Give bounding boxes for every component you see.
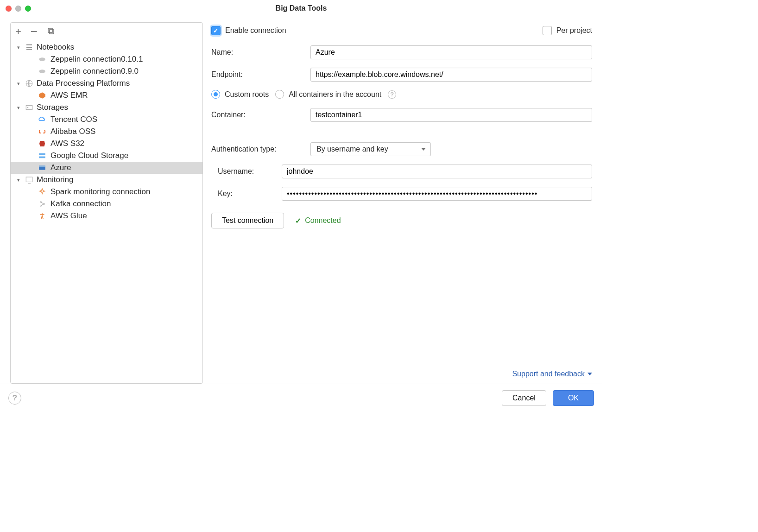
copy-button[interactable] [47,27,55,37]
svg-line-19 [42,203,44,203]
support-feedback-link[interactable]: Support and feedback [211,361,592,384]
key-input[interactable] [282,187,592,201]
connection-form: Enable connection Per project Name: Endp… [211,22,594,384]
chevron-down-icon: ▾ [15,81,22,87]
tree-item[interactable]: Zeppelin connection0.9.0 [11,65,202,77]
cancel-button[interactable]: Cancel [502,390,546,406]
tree-group-label: Monitoring [37,175,73,184]
checkbox-icon [543,26,552,35]
svg-point-9 [27,107,28,108]
checkbox-label: Per project [556,26,592,35]
test-connection-button[interactable]: Test connection [211,213,284,228]
tree-item[interactable]: Google Cloud Storage [11,150,202,162]
tree-group-storages[interactable]: ▾ Storages [11,101,202,114]
tree-item[interactable]: AWS S32 [11,138,202,150]
tree-item[interactable]: AWS EMR [11,89,202,101]
chevron-down-icon [421,148,426,151]
auth-type-label: Authentication type: [211,145,310,153]
chevron-down-icon: ▾ [15,105,22,111]
auth-type-select[interactable]: By username and key [310,142,431,156]
checkbox-label: Enable connection [225,26,286,35]
all-containers-radio[interactable]: All containers in the account [275,90,381,99]
key-label: Key: [211,190,282,198]
tree-item-label: Tencent COS [51,115,97,124]
ok-button[interactable]: OK [553,390,594,406]
chevron-down-icon: ▾ [15,44,22,51]
container-input[interactable] [310,108,592,122]
svg-rect-1 [48,28,52,32]
aws-s3-icon [38,139,47,148]
svg-rect-13 [39,166,45,167]
minimize-window-button[interactable] [15,6,21,12]
tree-item[interactable]: Kafka connection [11,198,202,210]
chevron-down-icon: ▾ [15,177,22,183]
username-input[interactable] [282,165,592,178]
svg-rect-8 [26,106,32,110]
status-text: Connected [305,216,341,225]
aws-glue-icon [38,212,47,220]
svg-rect-14 [26,177,32,182]
radio-label: Custom roots [225,90,269,99]
monitoring-icon [25,176,34,184]
zoom-window-button[interactable] [25,6,31,12]
connection-status: ✓ Connected [295,216,341,225]
tree-item[interactable]: Tencent COS [11,114,202,126]
container-label: Container: [211,111,310,119]
per-project-checkbox[interactable]: Per project [543,26,592,35]
svg-point-16 [40,202,42,203]
radio-icon [211,90,220,99]
help-icon[interactable]: ? [388,90,396,99]
svg-point-18 [43,203,44,205]
zeppelin-icon [38,55,47,63]
dialog-footer: ? Cancel OK [0,384,602,412]
add-button[interactable]: + [15,26,21,37]
radio-icon [275,90,284,99]
google-cloud-storage-icon [38,152,47,160]
svg-point-17 [40,205,42,206]
svg-point-5 [39,57,45,61]
tree-item-label: Spark monitoring connection [51,187,150,196]
kafka-icon [38,200,47,208]
enable-connection-checkbox[interactable]: Enable connection [211,26,286,35]
tree-group-data-processing[interactable]: ▾ Data Processing Platforms [11,77,202,89]
tree-item-label: AWS S32 [51,139,84,148]
tree-item[interactable]: Alibaba OSS [11,126,202,138]
tree-group-notebooks[interactable]: ▾ Notebooks [11,41,202,53]
svg-point-6 [39,70,45,73]
check-icon: ✓ [295,216,301,225]
tree-item[interactable]: Zeppelin connection0.10.1 [11,53,202,65]
close-window-button[interactable] [6,6,12,12]
notebooks-icon [25,43,34,51]
titlebar: Big Data Tools [0,0,602,17]
tree-item[interactable]: AWS Glue [11,210,202,222]
endpoint-input[interactable] [310,68,592,82]
chevron-down-icon [587,373,592,375]
tree-item-label: Alibaba OSS [51,127,95,136]
tencent-cos-icon [38,115,47,124]
alibaba-oss-icon [38,127,47,136]
username-label: Username: [211,167,282,176]
select-value: By username and key [316,145,388,153]
radio-label: All containers in the account [289,90,381,99]
tree-item[interactable]: Spark monitoring connection [11,186,202,198]
tree-group-label: Storages [37,103,68,112]
connections-tree: ▾ Notebooks Zeppelin connection0.10.1 [11,39,202,222]
tree-item-azure[interactable]: Azure [11,162,202,174]
custom-roots-radio[interactable]: Custom roots [211,90,269,99]
connections-sidebar: + − ▾ Notebooks Zepp [10,22,203,384]
link-text: Support and feedback [512,370,585,378]
tree-item-label: AWS EMR [51,91,88,100]
tree-item-label: Zeppelin connection0.9.0 [51,67,139,76]
tree-group-label: Notebooks [37,43,74,52]
svg-line-20 [42,204,44,205]
tree-group-monitoring[interactable]: ▾ Monitoring [11,174,202,186]
window-title: Big Data Tools [276,4,327,13]
remove-button[interactable]: − [31,25,38,38]
name-input[interactable] [310,45,592,59]
globe-icon [25,79,34,88]
storage-icon [25,103,34,112]
help-button[interactable]: ? [8,392,21,405]
aws-emr-icon [38,91,47,100]
checkbox-icon [211,26,221,35]
svg-rect-10 [39,153,45,155]
